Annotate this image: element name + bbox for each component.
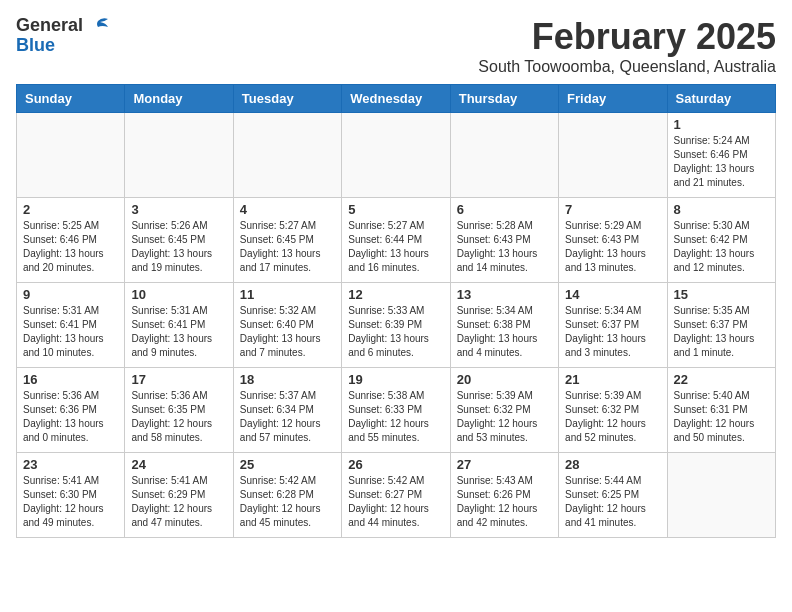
day-cell-6: 6Sunrise: 5:28 AM Sunset: 6:43 PM Daylig…: [450, 198, 558, 283]
day-info: Sunrise: 5:44 AM Sunset: 6:25 PM Dayligh…: [565, 474, 660, 530]
day-cell-18: 18Sunrise: 5:37 AM Sunset: 6:34 PM Dayli…: [233, 368, 341, 453]
day-info: Sunrise: 5:33 AM Sunset: 6:39 PM Dayligh…: [348, 304, 443, 360]
day-cell-21: 21Sunrise: 5:39 AM Sunset: 6:32 PM Dayli…: [559, 368, 667, 453]
day-cell-4: 4Sunrise: 5:27 AM Sunset: 6:45 PM Daylig…: [233, 198, 341, 283]
day-number: 9: [23, 287, 118, 302]
day-info: Sunrise: 5:37 AM Sunset: 6:34 PM Dayligh…: [240, 389, 335, 445]
weekday-header-friday: Friday: [559, 85, 667, 113]
day-number: 16: [23, 372, 118, 387]
day-info: Sunrise: 5:26 AM Sunset: 6:45 PM Dayligh…: [131, 219, 226, 275]
day-number: 17: [131, 372, 226, 387]
day-number: 12: [348, 287, 443, 302]
day-info: Sunrise: 5:35 AM Sunset: 6:37 PM Dayligh…: [674, 304, 769, 360]
day-info: Sunrise: 5:43 AM Sunset: 6:26 PM Dayligh…: [457, 474, 552, 530]
day-number: 27: [457, 457, 552, 472]
day-info: Sunrise: 5:24 AM Sunset: 6:46 PM Dayligh…: [674, 134, 769, 190]
day-number: 28: [565, 457, 660, 472]
week-row-4: 16Sunrise: 5:36 AM Sunset: 6:36 PM Dayli…: [17, 368, 776, 453]
day-cell-19: 19Sunrise: 5:38 AM Sunset: 6:33 PM Dayli…: [342, 368, 450, 453]
day-info: Sunrise: 5:41 AM Sunset: 6:30 PM Dayligh…: [23, 474, 118, 530]
day-cell-23: 23Sunrise: 5:41 AM Sunset: 6:30 PM Dayli…: [17, 453, 125, 538]
day-number: 25: [240, 457, 335, 472]
day-info: Sunrise: 5:31 AM Sunset: 6:41 PM Dayligh…: [23, 304, 118, 360]
day-cell-27: 27Sunrise: 5:43 AM Sunset: 6:26 PM Dayli…: [450, 453, 558, 538]
weekday-header-row: SundayMondayTuesdayWednesdayThursdayFrid…: [17, 85, 776, 113]
day-number: 5: [348, 202, 443, 217]
day-number: 24: [131, 457, 226, 472]
day-cell-13: 13Sunrise: 5:34 AM Sunset: 6:38 PM Dayli…: [450, 283, 558, 368]
day-info: Sunrise: 5:27 AM Sunset: 6:44 PM Dayligh…: [348, 219, 443, 275]
day-info: Sunrise: 5:36 AM Sunset: 6:35 PM Dayligh…: [131, 389, 226, 445]
day-number: 6: [457, 202, 552, 217]
day-cell-12: 12Sunrise: 5:33 AM Sunset: 6:39 PM Dayli…: [342, 283, 450, 368]
logo-blue: Blue: [16, 36, 110, 56]
day-info: Sunrise: 5:39 AM Sunset: 6:32 PM Dayligh…: [565, 389, 660, 445]
day-cell-14: 14Sunrise: 5:34 AM Sunset: 6:37 PM Dayli…: [559, 283, 667, 368]
empty-cell: [17, 113, 125, 198]
day-cell-17: 17Sunrise: 5:36 AM Sunset: 6:35 PM Dayli…: [125, 368, 233, 453]
day-cell-20: 20Sunrise: 5:39 AM Sunset: 6:32 PM Dayli…: [450, 368, 558, 453]
day-cell-16: 16Sunrise: 5:36 AM Sunset: 6:36 PM Dayli…: [17, 368, 125, 453]
day-number: 3: [131, 202, 226, 217]
day-info: Sunrise: 5:36 AM Sunset: 6:36 PM Dayligh…: [23, 389, 118, 445]
day-number: 18: [240, 372, 335, 387]
day-number: 1: [674, 117, 769, 132]
empty-cell: [342, 113, 450, 198]
day-cell-2: 2Sunrise: 5:25 AM Sunset: 6:46 PM Daylig…: [17, 198, 125, 283]
page-header: General Blue February 2025 South Toowoom…: [16, 16, 776, 76]
day-number: 13: [457, 287, 552, 302]
weekday-header-wednesday: Wednesday: [342, 85, 450, 113]
day-number: 23: [23, 457, 118, 472]
day-number: 10: [131, 287, 226, 302]
day-cell-22: 22Sunrise: 5:40 AM Sunset: 6:31 PM Dayli…: [667, 368, 775, 453]
day-cell-24: 24Sunrise: 5:41 AM Sunset: 6:29 PM Dayli…: [125, 453, 233, 538]
logo: General Blue: [16, 16, 110, 56]
empty-cell: [450, 113, 558, 198]
day-cell-25: 25Sunrise: 5:42 AM Sunset: 6:28 PM Dayli…: [233, 453, 341, 538]
day-number: 26: [348, 457, 443, 472]
calendar-title: February 2025: [478, 16, 776, 58]
day-number: 20: [457, 372, 552, 387]
calendar-table: SundayMondayTuesdayWednesdayThursdayFrid…: [16, 84, 776, 538]
day-info: Sunrise: 5:34 AM Sunset: 6:37 PM Dayligh…: [565, 304, 660, 360]
day-number: 22: [674, 372, 769, 387]
day-cell-10: 10Sunrise: 5:31 AM Sunset: 6:41 PM Dayli…: [125, 283, 233, 368]
day-info: Sunrise: 5:41 AM Sunset: 6:29 PM Dayligh…: [131, 474, 226, 530]
day-info: Sunrise: 5:38 AM Sunset: 6:33 PM Dayligh…: [348, 389, 443, 445]
day-number: 4: [240, 202, 335, 217]
day-number: 8: [674, 202, 769, 217]
day-number: 14: [565, 287, 660, 302]
empty-cell: [125, 113, 233, 198]
day-number: 7: [565, 202, 660, 217]
week-row-2: 2Sunrise: 5:25 AM Sunset: 6:46 PM Daylig…: [17, 198, 776, 283]
day-info: Sunrise: 5:32 AM Sunset: 6:40 PM Dayligh…: [240, 304, 335, 360]
week-row-1: 1Sunrise: 5:24 AM Sunset: 6:46 PM Daylig…: [17, 113, 776, 198]
week-row-5: 23Sunrise: 5:41 AM Sunset: 6:30 PM Dayli…: [17, 453, 776, 538]
weekday-header-tuesday: Tuesday: [233, 85, 341, 113]
day-cell-7: 7Sunrise: 5:29 AM Sunset: 6:43 PM Daylig…: [559, 198, 667, 283]
day-number: 15: [674, 287, 769, 302]
logo-general: General: [16, 16, 110, 36]
day-cell-8: 8Sunrise: 5:30 AM Sunset: 6:42 PM Daylig…: [667, 198, 775, 283]
day-info: Sunrise: 5:39 AM Sunset: 6:32 PM Dayligh…: [457, 389, 552, 445]
day-number: 11: [240, 287, 335, 302]
day-cell-26: 26Sunrise: 5:42 AM Sunset: 6:27 PM Dayli…: [342, 453, 450, 538]
day-number: 2: [23, 202, 118, 217]
day-cell-5: 5Sunrise: 5:27 AM Sunset: 6:44 PM Daylig…: [342, 198, 450, 283]
day-info: Sunrise: 5:42 AM Sunset: 6:27 PM Dayligh…: [348, 474, 443, 530]
weekday-header-sunday: Sunday: [17, 85, 125, 113]
day-cell-15: 15Sunrise: 5:35 AM Sunset: 6:37 PM Dayli…: [667, 283, 775, 368]
logo-bird-icon: [88, 17, 110, 35]
empty-cell: [233, 113, 341, 198]
empty-cell: [559, 113, 667, 198]
title-area: February 2025 South Toowoomba, Queenslan…: [478, 16, 776, 76]
week-row-3: 9Sunrise: 5:31 AM Sunset: 6:41 PM Daylig…: [17, 283, 776, 368]
weekday-header-monday: Monday: [125, 85, 233, 113]
day-info: Sunrise: 5:27 AM Sunset: 6:45 PM Dayligh…: [240, 219, 335, 275]
day-info: Sunrise: 5:34 AM Sunset: 6:38 PM Dayligh…: [457, 304, 552, 360]
day-cell-3: 3Sunrise: 5:26 AM Sunset: 6:45 PM Daylig…: [125, 198, 233, 283]
day-info: Sunrise: 5:28 AM Sunset: 6:43 PM Dayligh…: [457, 219, 552, 275]
weekday-header-thursday: Thursday: [450, 85, 558, 113]
weekday-header-saturday: Saturday: [667, 85, 775, 113]
day-number: 21: [565, 372, 660, 387]
